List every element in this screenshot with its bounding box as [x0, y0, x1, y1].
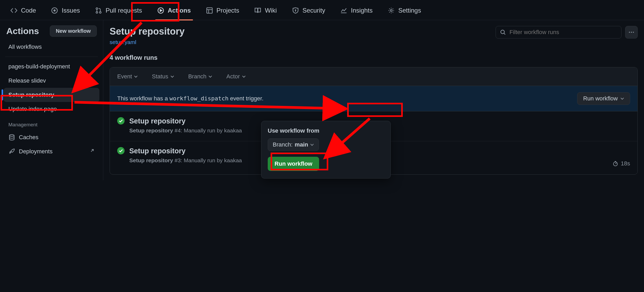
svg-point-13 [633, 32, 634, 33]
shield-icon [292, 7, 299, 14]
gear-icon [388, 7, 395, 14]
sidebar-workflow-update-index-page[interactable]: Update index page [4, 102, 99, 116]
sidebar-workflow-release-slidev[interactable]: Release slidev [4, 74, 99, 88]
dispatch-text: This workflow has a workflow_dispatch ev… [117, 95, 264, 102]
database-icon [8, 134, 15, 141]
success-icon [117, 117, 125, 125]
filter-status[interactable]: Status [152, 73, 174, 80]
svg-point-7 [295, 10, 296, 10]
issue-icon [51, 7, 58, 14]
tab-code[interactable]: Code [8, 4, 38, 17]
run-workflow-dropdown-button[interactable]: Run workflow [577, 92, 630, 105]
sidebar-workflow-setup-repository[interactable]: Setup repository [4, 88, 99, 102]
tab-insights[interactable]: Insights [338, 4, 375, 17]
tab-label: Code [21, 7, 36, 14]
run-subtitle: Setup repository #4: Manually run by kaa… [129, 127, 242, 134]
run-workflow-submit-button[interactable]: Run workflow [268, 157, 319, 171]
svg-point-3 [96, 12, 98, 13]
svg-point-12 [631, 32, 632, 33]
project-icon [206, 7, 213, 14]
filter-actor[interactable]: Actor [226, 73, 245, 80]
filter-event[interactable]: Event [117, 73, 138, 80]
tab-issues[interactable]: Issues [49, 4, 82, 17]
tab-actions[interactable]: Actions [155, 4, 193, 17]
svg-point-11 [629, 32, 630, 33]
sidebar-item-label: Deployments [19, 148, 52, 155]
caret-down-icon [242, 75, 246, 78]
tab-label: Insights [351, 7, 373, 14]
tab-label: Issues [62, 7, 80, 14]
pull-request-icon [95, 7, 102, 14]
sidebar-all-workflows[interactable]: All workflows [4, 40, 99, 54]
run-title-link[interactable]: Setup repository [129, 117, 186, 125]
tab-label: Actions [168, 7, 191, 14]
repo-tabs-nav: Code Issues Pull requests Actions Projec… [0, 0, 644, 20]
search-icon [500, 29, 506, 35]
page-title: Setup repository [110, 26, 185, 37]
external-link-icon [89, 148, 95, 155]
tab-label: Settings [398, 7, 421, 14]
tab-label: Pull requests [106, 7, 142, 14]
filter-bar: Event Status Branch Actor [110, 67, 637, 86]
svg-point-4 [99, 12, 101, 13]
filter-search-input[interactable] [509, 29, 617, 36]
book-icon [254, 7, 261, 14]
sidebar-caches[interactable]: Caches [4, 130, 99, 144]
sidebar-item-label: Caches [19, 134, 39, 141]
run-title-link[interactable]: Setup repository [129, 147, 186, 155]
sidebar-workflow-pages-build-deployment[interactable]: pages-build-deployment [4, 60, 99, 74]
popover-heading: Use workflow from [268, 127, 384, 134]
filter-branch[interactable]: Branch [188, 73, 212, 80]
svg-point-9 [9, 134, 14, 136]
run-workflow-popover: Use workflow from Branch: main Run workf… [261, 121, 391, 179]
rocket-icon [8, 148, 15, 155]
caret-down-icon [170, 75, 174, 78]
tab-pull-requests[interactable]: Pull requests [93, 4, 144, 17]
run-duration: 18s [613, 160, 630, 167]
stopwatch-icon [613, 161, 618, 166]
sidebar-title: Actions [6, 26, 39, 36]
caret-down-icon [208, 75, 212, 78]
actions-sidebar: Actions New workflow All workflows pages… [0, 20, 103, 180]
tab-label: Wiki [265, 7, 277, 14]
sidebar-deployments[interactable]: Deployments [4, 144, 99, 159]
tab-projects[interactable]: Projects [204, 4, 242, 17]
tab-label: Security [303, 7, 325, 14]
svg-rect-6 [207, 8, 212, 13]
runs-count: 4 workflow runs [110, 54, 638, 61]
caret-down-icon [310, 143, 314, 147]
tab-label: Projects [217, 7, 239, 14]
caret-down-icon [134, 75, 138, 78]
workflow-dispatch-bar: This workflow has a workflow_dispatch ev… [110, 86, 637, 111]
sidebar-management-label: Management [4, 116, 99, 130]
tab-wiki[interactable]: Wiki [252, 4, 279, 17]
run-subtitle: Setup repository #3: Manually run by kaa… [129, 157, 242, 164]
svg-point-1 [54, 10, 55, 11]
workflow-file-link[interactable]: setup.yaml [110, 39, 136, 45]
success-icon [117, 147, 125, 154]
caret-down-icon [620, 97, 624, 100]
kebab-icon [628, 29, 635, 35]
new-workflow-button[interactable]: New workflow [50, 25, 97, 37]
branch-selector[interactable]: Branch: main [268, 138, 319, 151]
content-area: Setup repository setup.yaml 4 workflow r… [103, 20, 644, 180]
code-icon [10, 7, 17, 14]
tab-settings[interactable]: Settings [386, 4, 423, 17]
tab-security[interactable]: Security [290, 4, 328, 17]
svg-point-8 [390, 9, 392, 11]
play-icon [157, 7, 164, 14]
svg-point-10 [501, 30, 505, 34]
filter-search-box[interactable] [496, 26, 621, 39]
svg-point-2 [96, 8, 98, 9]
graph-icon [340, 7, 347, 14]
more-options-button[interactable] [625, 26, 638, 39]
